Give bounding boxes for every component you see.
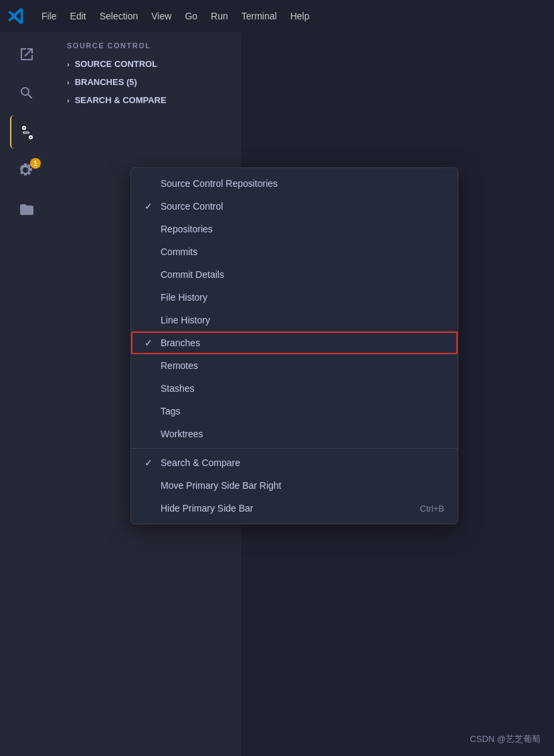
label-hide-primary-sidebar: Hide Primary Side Bar <box>161 503 420 514</box>
sidebar-branches[interactable]: › BRANCHES (5) <box>54 73 241 91</box>
label-repositories: Repositories <box>161 224 444 234</box>
vscode-logo <box>5 5 27 27</box>
label-commit-details: Commit Details <box>161 269 444 280</box>
label-stashes: Stashes <box>161 383 444 394</box>
extensions-activity-icon[interactable]: 1 <box>10 154 43 187</box>
label-remotes: Remotes <box>161 360 444 371</box>
dropdown-item-source-control[interactable]: ✓Source Control <box>131 195 458 218</box>
dropdown-item-move-primary-sidebar[interactable]: Move Primary Side Bar Right <box>131 474 458 497</box>
sidebar-search-compare-label: SEARCH & COMPARE <box>75 95 167 105</box>
source-control-activity-icon[interactable] <box>10 115 43 149</box>
chevron-source-control: › <box>67 60 70 68</box>
dropdown-separator-12 <box>131 448 458 449</box>
menu-item-file[interactable]: File <box>35 8 64 24</box>
sidebar-source-control[interactable]: › SOURCE CONTROL <box>54 55 241 73</box>
menu-bar: FileEditSelectionViewGoRunTerminalHelp <box>0 0 554 32</box>
menu-item-view[interactable]: View <box>145 8 178 24</box>
label-tags: Tags <box>161 406 444 417</box>
sidebar-header: SOURCE CONTROL <box>54 32 241 55</box>
check-source-control: ✓ <box>145 201 161 212</box>
dropdown-item-search-compare[interactable]: ✓Search & Compare <box>131 451 458 474</box>
dropdown-item-commit-details[interactable]: Commit Details <box>131 263 458 286</box>
label-branches: Branches <box>161 337 444 348</box>
menu-item-go[interactable]: Go <box>178 8 204 24</box>
dropdown-item-remotes[interactable]: Remotes <box>131 354 458 377</box>
label-source-control-repos: Source Control Repositories <box>161 178 444 189</box>
dropdown-item-hide-primary-sidebar[interactable]: Hide Primary Side BarCtrl+B <box>131 497 458 520</box>
menu-item-edit[interactable]: Edit <box>64 8 93 24</box>
sidebar-source-control-label: SOURCE CONTROL <box>75 59 158 69</box>
search-activity-icon[interactable] <box>10 76 43 110</box>
dropdown-item-stashes[interactable]: Stashes <box>131 377 458 400</box>
activity-bar: 1 <box>0 32 54 756</box>
dropdown-item-tags[interactable]: Tags <box>131 400 458 423</box>
explorer-icon[interactable] <box>10 37 43 71</box>
dropdown-item-repositories[interactable]: Repositories <box>131 218 458 240</box>
label-file-history: File History <box>161 292 444 303</box>
menu-item-selection[interactable]: Selection <box>93 8 145 24</box>
dropdown-item-file-history[interactable]: File History <box>131 286 458 309</box>
chevron-search-compare: › <box>67 96 70 104</box>
dropdown-menu: Source Control Repositories✓Source Contr… <box>130 167 458 524</box>
folder-activity-icon[interactable] <box>10 193 43 226</box>
chevron-branches: › <box>67 78 70 86</box>
label-search-compare: Search & Compare <box>161 457 444 468</box>
label-commits: Commits <box>161 246 444 257</box>
sidebar-branches-label: BRANCHES (5) <box>75 77 137 87</box>
extensions-badge: 1 <box>30 158 41 169</box>
dropdown-item-commits[interactable]: Commits <box>131 240 458 263</box>
menu-item-run[interactable]: Run <box>204 8 235 24</box>
menu-item-help[interactable]: Help <box>284 8 316 24</box>
label-source-control: Source Control <box>161 201 444 212</box>
check-search-compare: ✓ <box>145 457 161 468</box>
dropdown-item-source-control-repos[interactable]: Source Control Repositories <box>131 172 458 195</box>
dropdown-item-line-history[interactable]: Line History <box>131 309 458 331</box>
sidebar-search-compare[interactable]: › SEARCH & COMPARE <box>54 91 241 109</box>
label-worktrees: Worktrees <box>161 429 444 439</box>
dropdown-item-worktrees[interactable]: Worktrees <box>131 423 458 445</box>
menu-item-terminal[interactable]: Terminal <box>235 8 284 24</box>
watermark: CSDN @艺芝葡萄 <box>470 733 541 745</box>
shortcut-hide-primary-sidebar: Ctrl+B <box>420 504 444 514</box>
dropdown-item-branches[interactable]: ✓Branches <box>131 331 458 354</box>
check-branches: ✓ <box>145 337 161 348</box>
label-line-history: Line History <box>161 315 444 325</box>
label-move-primary-sidebar: Move Primary Side Bar Right <box>161 480 444 491</box>
